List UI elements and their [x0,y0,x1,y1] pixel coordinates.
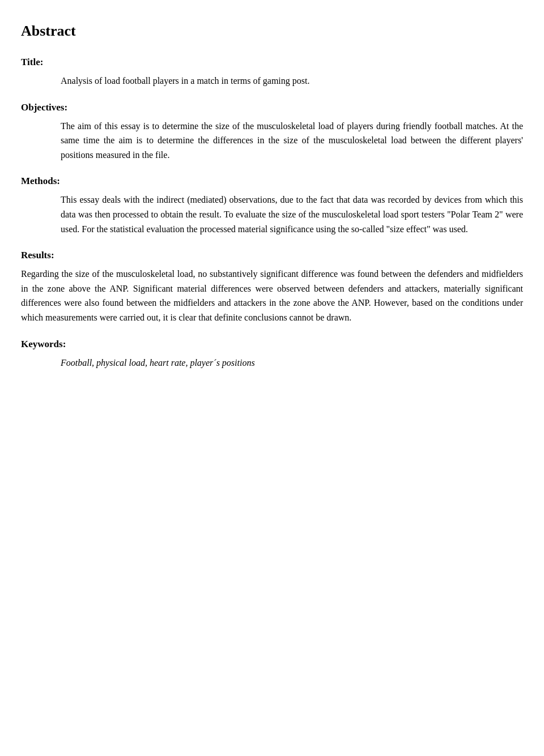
keywords-content: Football, physical load, heart rate, pla… [61,356,523,370]
results-label: Results: [21,250,523,261]
objectives-section: Objectives: The aim of this essay is to … [21,102,523,163]
results-section: Results: Regarding the size of the muscu… [21,250,523,324]
objectives-para1: The aim of this essay is to determine th… [61,119,523,163]
objectives-label: Objectives: [21,102,523,113]
methods-label: Methods: [21,176,523,187]
keywords-label: Keywords: [21,339,523,350]
keywords-section: Keywords: Football, physical load, heart… [21,339,523,370]
abstract-heading: Abstract [21,23,523,40]
title-content: Analysis of load football players in a m… [61,74,523,88]
abstract-title: Abstract [21,23,523,40]
results-content: Regarding the size of the musculoskeleta… [21,267,523,324]
methods-section: Methods: This essay deals with the indir… [21,176,523,236]
title-label: Title: [21,57,523,68]
methods-content: This essay deals with the indirect (medi… [61,193,523,236]
title-section: Title: Analysis of load football players… [21,57,523,88]
